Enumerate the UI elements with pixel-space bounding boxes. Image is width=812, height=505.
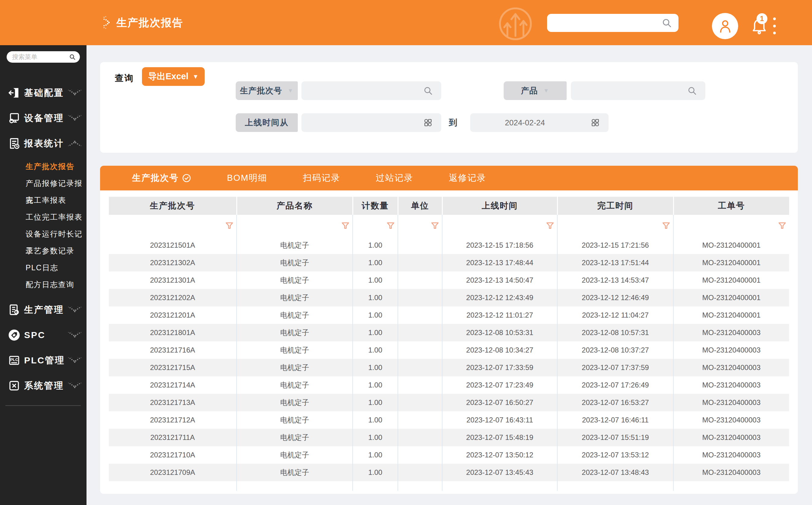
date-to-input[interactable] [470, 118, 609, 128]
sidebar-subitem[interactable]: PLC日志 [0, 259, 87, 276]
table-row[interactable]: 2023121801A电机定子1.002023-12-08 10:53:3120… [109, 324, 789, 341]
tab-过站记录[interactable]: 过站记录 [376, 172, 413, 184]
table-row[interactable]: 2023121712A电机定子1.002023-12-07 16:43:1120… [109, 411, 789, 429]
column-header[interactable]: 上线时间 [442, 197, 557, 215]
sidebar-item-production-mgmt[interactable]: 生产管理 [0, 297, 87, 322]
submenu-report-stats: 生产批次报告产品报修记录报表完工率报表工位完工率报表设备运行时长记录工艺参数记录… [0, 158, 87, 293]
column-header[interactable]: 工单号 [673, 197, 789, 215]
user-avatar[interactable] [712, 13, 738, 39]
column-header[interactable]: 产品名称 [236, 197, 353, 215]
export-excel-button[interactable]: 导出Excel ▼ [142, 67, 205, 86]
sidebar-subitem[interactable]: 工位完工率报表 [0, 208, 87, 225]
logo-watermark-icon [498, 7, 532, 41]
search-icon[interactable] [687, 86, 697, 96]
sidebar-subitem[interactable]: 配方日志查询 [0, 276, 87, 293]
more-options-icon[interactable] [772, 17, 777, 34]
column-header[interactable]: 完工时间 [557, 197, 673, 215]
chevron-down-icon: ▼ [288, 88, 294, 94]
report-clock-icon [8, 137, 20, 150]
sidebar-item-device-mgmt[interactable]: 设备管理 [0, 106, 87, 131]
sidebar-subitem[interactable]: 产品报修记录报表 [0, 175, 87, 192]
tab-BOM明细[interactable]: BOM明细 [227, 172, 267, 184]
product-field-dropdown[interactable]: 产品 ▼ [504, 81, 566, 100]
sidebar-item-base-config[interactable]: 基础配置 [0, 80, 87, 106]
table-row[interactable]: 2023121302A电机定子1.002023-12-13 17:48:4420… [109, 254, 789, 272]
notification-badge: 1 [757, 13, 767, 24]
sidebar-subitem[interactable]: 生产批次报告 [0, 158, 87, 175]
column-header[interactable]: 计数量 [353, 197, 398, 215]
calendar-grid-icon[interactable] [423, 118, 433, 128]
table-row[interactable]: 2023121714A电机定子1.002023-12-07 17:23:4920… [109, 376, 789, 394]
sidebar-item-plc-mgmt[interactable]: PLCPLC管理 [0, 348, 87, 373]
filter-funnel-icon[interactable] [545, 221, 554, 230]
system-box-icon [8, 379, 20, 392]
monitor-gear-icon [8, 112, 20, 125]
time-from-label-button[interactable]: 上线时间从 [236, 113, 298, 132]
chevron-down-icon: ▼ [193, 73, 199, 80]
query-label: 查询 [115, 72, 134, 85]
table-row[interactable]: 2023121201A电机定子1.002023-12-12 11:01:2720… [109, 306, 789, 324]
filter-funnel-icon[interactable] [778, 221, 787, 230]
table-row[interactable]: 2023121711A电机定子1.002023-12-07 15:48:1920… [109, 429, 789, 446]
tab-扫码记录[interactable]: 扫码记录 [303, 172, 340, 184]
sidebar-item-spc[interactable]: SPC [0, 322, 87, 348]
column-header[interactable]: 单位 [398, 197, 442, 215]
tab-返修记录[interactable]: 返修记录 [449, 172, 486, 184]
filter-funnel-icon[interactable] [341, 221, 350, 230]
table-row[interactable]: 2023121716A电机定子1.002023-12-08 10:34:2720… [109, 341, 789, 359]
date-from-box [301, 113, 441, 132]
table-row[interactable]: 2023121715A电机定子1.002023-12-07 17:33:5920… [109, 359, 789, 376]
door-exit-icon [8, 87, 20, 99]
menu-search-input[interactable] [12, 53, 69, 60]
search-icon[interactable] [662, 18, 672, 28]
batch-report-table: 生产批次号产品名称计数量单位上线时间完工时间工单号 2023121501A电机定… [109, 197, 789, 491]
table-row[interactable]: 2023121710A电机定子1.002023-12-07 13:50:1220… [109, 446, 789, 464]
sidebar-divider [5, 405, 81, 406]
circle-check-icon [182, 173, 191, 183]
dotted-chevron-up-icon [67, 139, 82, 148]
tabbar: 生产批次号BOM明细扫码记录过站记录返修记录 [100, 166, 798, 190]
dotted-chevron-down-icon [67, 331, 82, 339]
table-row[interactable]: 2023121501A电机定子1.002023-12-15 17:18:5620… [109, 236, 789, 254]
product-search-input[interactable] [571, 86, 705, 96]
global-search-input[interactable] [547, 18, 662, 28]
filter-panel: 查询 导出Excel ▼ 生产批次号 ▼ [100, 62, 798, 153]
sidebar-subitem[interactable]: 工艺参数记录 [0, 242, 87, 259]
tab-生产批次号[interactable]: 生产批次号 [132, 172, 191, 184]
search-icon[interactable] [69, 54, 75, 60]
filter-funnel-icon[interactable] [431, 221, 440, 230]
table-row[interactable]: 2023121713A电机定子1.002023-12-07 16:50:2720… [109, 394, 789, 411]
dotted-chevron-down-icon [67, 114, 82, 122]
sidebar-subitem[interactable]: 设备运行时长记录 [0, 225, 87, 242]
topbar: 生产批次报告 1 [0, 0, 812, 45]
table-header-row: 生产批次号产品名称计数量单位上线时间完工时间工单号 [109, 197, 789, 215]
main-content: 查询 导出Excel ▼ 生产批次号 ▼ [87, 45, 812, 505]
table-row[interactable]: 2023121202A电机定子1.002023-12-12 12:43:4920… [109, 289, 789, 306]
table-row[interactable]: 2023121301A电机定子1.002023-12-13 14:50:4720… [109, 272, 789, 289]
batch-search-input[interactable] [301, 86, 441, 96]
filter-funnel-icon[interactable] [225, 221, 234, 230]
filter-funnel-icon[interactable] [662, 221, 671, 230]
table-row[interactable]: 2023121709A电机定子1.002023-12-07 13:45:4320… [109, 464, 789, 481]
column-header[interactable]: 生产批次号 [109, 197, 236, 215]
search-icon[interactable] [423, 86, 433, 96]
sidebar-item-system-mgmt[interactable]: 系统管理 [0, 373, 87, 398]
tag-circle-icon [8, 329, 20, 341]
date-from-input[interactable] [301, 118, 441, 128]
sidebar-subitem[interactable]: 完工率报表 [0, 192, 87, 208]
product-search-box [571, 81, 705, 100]
dotted-chevron-down-icon [67, 356, 82, 365]
chevron-down-icon: ▼ [543, 88, 549, 94]
filter-funnel-icon[interactable] [386, 221, 395, 230]
svg-text:PLC: PLC [10, 357, 18, 362]
batch-field-dropdown[interactable]: 生产批次号 ▼ [236, 81, 298, 100]
calendar-grid-icon[interactable] [591, 118, 600, 128]
batch-search-box [301, 81, 441, 100]
date-to-box [470, 113, 609, 132]
table-tail-row [109, 481, 789, 491]
report-panel: 生产批次号BOM明细扫码记录过站记录返修记录 生产批次号产品名称计数量单位上线时… [100, 166, 798, 494]
sidebar-item-report-stats[interactable]: 报表统计 [0, 131, 87, 156]
plc-box-icon: PLC [8, 354, 20, 367]
dotted-chevron-down-icon [67, 89, 82, 97]
column-filter-row [109, 215, 789, 236]
